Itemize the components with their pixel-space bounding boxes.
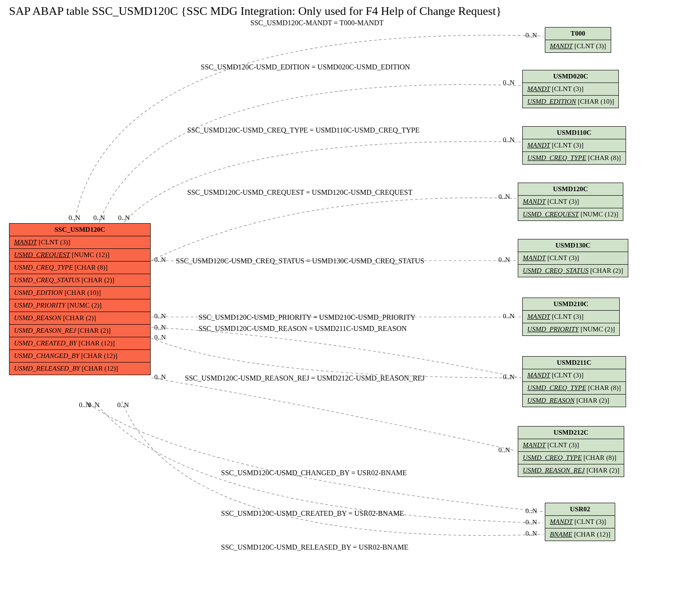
- entity-field: USMD_REASON [CHAR (2)]: [523, 395, 626, 407]
- entity-field: USMD_PRIORITY [NUMC (2)]: [523, 323, 619, 335]
- entity-usmd110c: USMD110CMANDT [CLNT (3)]USMD_CREQ_TYPE […: [522, 126, 626, 165]
- entity-field: USMD_CREQ_TYPE [CHAR (8)]: [9, 262, 150, 274]
- entity-field: MANDT [CLNT (3)]: [518, 252, 628, 265]
- entity-field: USMD_CREQ_STATUS [CHAR (2)]: [9, 274, 150, 287]
- entity-t000: T000MANDT [CLNT (3)]: [545, 27, 611, 53]
- cardinality-label: 0..N: [154, 324, 166, 331]
- entity-header: USMD212C: [518, 427, 624, 439]
- relation-label: SSC_USMD120C-USMD_PRIORITY = USMD210C-US…: [198, 313, 415, 321]
- entity-field: USMD_EDITION [CHAR (10)]: [523, 96, 618, 108]
- entity-usmd212c: USMD212CMANDT [CLNT (3)]USMD_CREQ_TYPE […: [518, 426, 624, 477]
- entity-field: USMD_PRIORITY [NUMC (2)]: [9, 299, 150, 312]
- entity-header: USMD020C: [523, 70, 618, 83]
- entity-field: MANDT [CLNT (3)]: [523, 139, 626, 152]
- cardinality-label: 0..N: [498, 446, 510, 454]
- entity-usmd020c: USMD020CMANDT [CLNT (3)]USMD_EDITION [CH…: [522, 70, 619, 108]
- cardinality-label: 0..N: [69, 214, 80, 222]
- entity-header: SSC_USMD120C: [9, 224, 150, 236]
- entity-field: USMD_CREQ_TYPE [CHAR (8)]: [518, 452, 624, 464]
- entity-field: USMD_CREQUEST [NUMC (12)]: [9, 249, 150, 262]
- cardinality-label: 0..N: [154, 312, 166, 320]
- entity-usmd211c: USMD211CMANDT [CLNT (3)]USMD_CREQ_TYPE […: [522, 356, 626, 407]
- cardinality-label: 0..N: [525, 507, 537, 515]
- entity-field: USMD_CHANGED_BY [CHAR (12)]: [9, 350, 150, 363]
- cardinality-label: 0..N: [503, 373, 515, 381]
- relation-label: SSC_USMD120C-MANDT = T000-MANDT: [250, 19, 384, 27]
- entity-field: MANDT [CLNT (3)]: [518, 196, 623, 208]
- entity-field: USMD_REASON [CHAR (2)]: [9, 312, 150, 325]
- relation-label: SSC_USMD120C-USMD_REASON_REJ = USMD212C-…: [185, 374, 425, 382]
- relation-label: SSC_USMD120C-USMD_CREQ_STATUS = USMD130C…: [176, 257, 424, 265]
- cardinality-label: 0..N: [93, 214, 105, 222]
- page-title: SAP ABAP table SSC_USMD120C {SSC MDG Int…: [9, 5, 502, 18]
- relation-label: SSC_USMD120C-USMD_CREQ_TYPE = USMD110C-U…: [187, 126, 419, 134]
- entity-field: MANDT [CLNT (3)]: [523, 83, 618, 96]
- cardinality-label: 0..N: [503, 136, 515, 144]
- entity-field: MANDT [CLNT (3)]: [9, 236, 150, 249]
- cardinality-label: 0..N: [498, 193, 510, 201]
- cardinality-label: 0..N: [154, 373, 166, 381]
- relation-label: SSC_USMD120C-USMD_CREATED_BY = USR02-BNA…: [221, 509, 404, 518]
- relation-label: SSC_USMD120C-USMD_EDITION = USMD020C-USM…: [201, 63, 410, 71]
- entity-usmd210c: USMD210CMANDT [CLNT (3)]USMD_PRIORITY [N…: [522, 298, 620, 336]
- entity-header: T000: [545, 28, 611, 40]
- cardinality-label: 0..N: [88, 401, 100, 409]
- entity-header: USMD130C: [518, 239, 628, 252]
- entity-field: MANDT [CLNT (3)]: [523, 369, 626, 382]
- relation-label: SSC_USMD120C-USMD_CREQUEST = USMD120C-US…: [187, 188, 412, 197]
- entity-header: USMD211C: [523, 357, 626, 369]
- entity-header: USR02: [545, 503, 615, 516]
- entity-header: USMD120C: [518, 183, 623, 196]
- entity-header: USMD210C: [523, 298, 619, 311]
- cardinality-label: 0..N: [118, 214, 130, 222]
- entity-field: USMD_CREQ_TYPE [CHAR (8)]: [523, 152, 626, 164]
- entity-field: MANDT [CLNT (3)]: [545, 40, 611, 52]
- entity-field: USMD_REASON_REJ [CHAR (2)]: [518, 464, 624, 477]
- relation-label: SSC_USMD120C-USMD_REASON = USMD211C-USMD…: [198, 325, 407, 333]
- entity-field: BNAME [CHAR (12)]: [545, 528, 615, 541]
- entity-usr02: USR02MANDT [CLNT (3)]BNAME [CHAR (12)]: [545, 503, 615, 541]
- relation-label: SSC_USMD120C-USMD_CHANGED_BY = USR02-BNA…: [221, 469, 407, 477]
- cardinality-label: 0..N: [154, 334, 166, 341]
- cardinality-label: 0..N: [117, 401, 129, 409]
- entity-ssc-usmd120c: SSC_USMD120C MANDT [CLNT (3)]USMD_CREQUE…: [9, 223, 151, 375]
- entity-field: USMD_CREQ_TYPE [CHAR (8)]: [523, 382, 626, 395]
- cardinality-label: 0..N: [498, 256, 510, 264]
- entity-field: USMD_CREATED_BY [CHAR (12)]: [9, 337, 150, 350]
- entity-header: USMD110C: [523, 127, 626, 139]
- cardinality-label: 0..N: [525, 519, 537, 526]
- cardinality-label: 0..N: [503, 312, 515, 320]
- cardinality-label: 0..N: [525, 530, 537, 537]
- relation-label: SSC_USMD120C-USMD_RELEASED_BY = USR02-BN…: [221, 543, 409, 551]
- entity-field: USMD_CREQ_STATUS [CHAR (2)]: [518, 265, 628, 277]
- entity-field: USMD_REASON_REJ [CHAR (2)]: [9, 325, 150, 337]
- cardinality-label: 0..N: [154, 256, 166, 264]
- entity-field: MANDT [CLNT (3)]: [518, 439, 624, 452]
- entity-usmd120c: USMD120CMANDT [CLNT (3)]USMD_CREQUEST [N…: [518, 183, 623, 221]
- cardinality-label: 0..N: [525, 32, 537, 39]
- entity-field: USMD_CREQUEST [NUMC (12)]: [518, 208, 623, 220]
- entity-usmd130c: USMD130CMANDT [CLNT (3)]USMD_CREQ_STATUS…: [518, 239, 628, 277]
- entity-field: USMD_EDITION [CHAR (10)]: [9, 287, 150, 299]
- entity-field: MANDT [CLNT (3)]: [523, 311, 619, 323]
- entity-field: USMD_RELEASED_BY [CHAR (12)]: [9, 363, 150, 375]
- cardinality-label: 0..N: [503, 79, 515, 87]
- entity-field: MANDT [CLNT (3)]: [545, 516, 615, 528]
